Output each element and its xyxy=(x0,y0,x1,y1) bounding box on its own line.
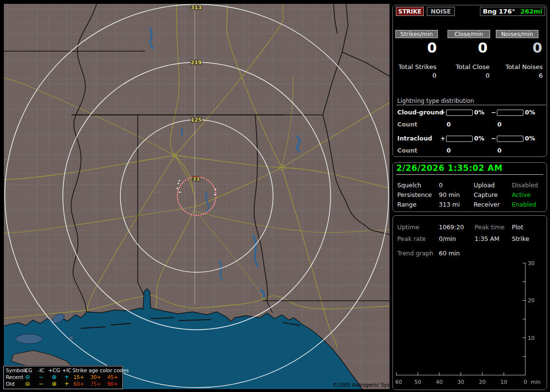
x-tick-40: 40 xyxy=(436,379,443,385)
cg-count-label: Count xyxy=(397,121,418,128)
range-label: Range xyxy=(397,201,417,208)
recent-neg-ic-icon: − xyxy=(36,374,46,380)
old-pos-cg-icon: ⊕ xyxy=(48,380,60,387)
x-tick-20: 20 xyxy=(479,379,486,385)
ring-label-219: 219 xyxy=(191,59,202,66)
x-tick-50: 50 xyxy=(415,379,421,385)
ic-minus-pct: 0% xyxy=(525,135,535,142)
strikes-per-min-value: 0 xyxy=(389,40,437,56)
upload-label: Upload xyxy=(474,182,495,189)
total-close-label: Total Close xyxy=(436,63,490,70)
cg-plus-bar xyxy=(446,110,473,116)
y-tick-30: 30 xyxy=(528,260,535,266)
cg-minus-pct: 0% xyxy=(525,109,535,116)
legend-old-label: Old xyxy=(6,381,14,387)
total-strikes-label: Total Strikes xyxy=(383,63,436,70)
legend-col-neg-ic: -IC xyxy=(36,367,46,373)
peak-rate-value: 0/min xyxy=(439,235,456,242)
peak-time-value: 1:35 AM xyxy=(475,235,499,242)
cg-minus-bar xyxy=(497,110,523,116)
ic-plus-sign: + xyxy=(440,135,445,142)
y-tick-20: 20 xyxy=(528,297,535,304)
peak-rate-label: Peak rate xyxy=(397,235,426,242)
total-close-value: 0 xyxy=(436,72,490,79)
ic-count-label: Count xyxy=(397,147,418,154)
x-tick-10: 10 xyxy=(501,379,507,385)
upload-status: Disabled xyxy=(512,182,538,189)
cloud-ground-label: Cloud-ground xyxy=(397,109,444,116)
legend-age-header: Strike age color codes xyxy=(72,367,121,373)
clock-readout: 2/26/2026 1:35:02 AM xyxy=(396,163,503,173)
capture-status: Active xyxy=(512,191,531,198)
age-30: 30+ xyxy=(89,374,102,380)
old-neg-cg-icon: ⊖ xyxy=(22,380,33,387)
receiver-status: Enabled xyxy=(512,201,536,208)
squelch-value: 0 xyxy=(439,182,443,189)
strike-mode-button[interactable]: STRIKE xyxy=(396,7,424,16)
noises-per-min-value: 0 xyxy=(494,40,542,56)
ic-minus-count: 0 xyxy=(497,147,502,154)
counters-group xyxy=(392,5,547,157)
total-strikes-value: 0 xyxy=(383,72,436,79)
age-90: 90+ xyxy=(106,381,119,387)
age-75: 75+ xyxy=(89,381,102,387)
map-canvas: 313 219 125 31 ©2005 Astrogenic Systems xyxy=(4,4,390,389)
age-45: 45+ xyxy=(106,374,119,380)
receiver-label: Receiver xyxy=(474,201,500,208)
recent-neg-cg-icon: ⊖ xyxy=(22,374,33,380)
old-pos-ic-icon: + xyxy=(61,380,72,387)
ic-plus-count: 0 xyxy=(447,147,451,154)
cg-minus-count: 0 xyxy=(497,121,502,128)
close-per-min-button[interactable]: Close/min xyxy=(448,30,490,38)
capture-label: Capture xyxy=(474,191,498,198)
ic-plus-bar xyxy=(446,136,473,142)
distribution-divider xyxy=(396,105,546,105)
trend-graph: 30 20 10 60 50 40 30 20 10 0 min xyxy=(394,257,545,387)
recent-pos-cg-icon: ⊕ xyxy=(48,374,60,380)
distribution-title: Lightning type distribution xyxy=(397,98,474,104)
cg-plus-pct: 0% xyxy=(474,109,484,116)
bearing-range-value: 262mi xyxy=(521,8,542,15)
x-tick-0: 0 xyxy=(524,379,527,385)
ic-plus-pct: 0% xyxy=(474,135,484,142)
lightning-map[interactable]: 313 219 125 31 ©2005 Astrogenic Systems … xyxy=(4,4,390,389)
strikes-per-min-button[interactable]: Strikes/min xyxy=(395,30,438,38)
cg-minus-sign: − xyxy=(491,109,496,116)
symbol-legend: Symbols -CG -IC +CG +IC Strike age color… xyxy=(3,366,123,389)
legend-recent-label: Recent xyxy=(6,374,23,380)
x-axis-unit: min xyxy=(531,379,541,385)
recent-pos-ic-icon: + xyxy=(61,374,72,380)
legend-col-pos-ic: +IC xyxy=(61,367,72,373)
old-neg-ic-icon: − xyxy=(36,380,46,387)
uptime-value: 1069:20 xyxy=(439,224,464,231)
nexstorm-window: 313 219 125 31 ©2005 Astrogenic Systems … xyxy=(0,0,550,392)
total-noises-value: 6 xyxy=(490,72,543,79)
bearing-readout: Bng 176° 262mi xyxy=(480,7,545,16)
ic-minus-bar xyxy=(497,136,523,142)
close-per-min-value: 0 xyxy=(439,40,488,56)
legend-col-neg-cg: -CG xyxy=(22,367,33,373)
total-noises-label: Total Noises xyxy=(490,63,543,70)
bearing-value: Bng 176° xyxy=(483,8,515,15)
trend-graph-value: 60 min xyxy=(439,250,460,257)
persistence-value: 90 min xyxy=(439,191,460,198)
persistence-label: Persistence xyxy=(397,191,432,198)
squelch-label: Squelch xyxy=(397,182,421,189)
cg-plus-sign: + xyxy=(440,109,445,116)
trend-graph-label: Trend graph xyxy=(397,250,434,257)
uptime-label: Uptime xyxy=(397,224,419,231)
x-tick-60: 60 xyxy=(395,379,402,385)
intracloud-label: Intracloud xyxy=(397,135,432,142)
plot-value: Strike xyxy=(512,235,529,242)
ring-label-125: 125 xyxy=(191,117,202,123)
ring-label-313: 313 xyxy=(191,4,202,11)
range-value: 313 mi xyxy=(439,201,460,208)
noises-per-min-button[interactable]: Noises/min xyxy=(496,30,538,38)
y-tick-10: 10 xyxy=(528,335,535,341)
noise-mode-button[interactable]: NOISE xyxy=(427,7,455,16)
copyright-text: ©2005 Astrogenic Systems xyxy=(333,382,390,388)
plot-label: Plot xyxy=(512,224,523,231)
legend-col-pos-cg: +CG xyxy=(48,367,60,373)
age-60: 60+ xyxy=(72,381,85,387)
peak-time-label: Peak time xyxy=(475,224,505,231)
